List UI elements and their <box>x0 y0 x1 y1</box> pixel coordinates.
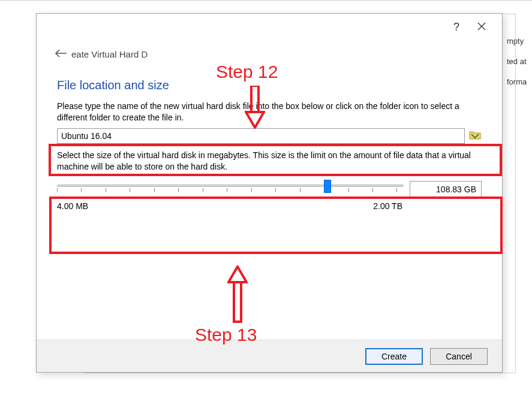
bg-text-fragment: mpty <box>507 37 524 46</box>
titlebar: ? <box>37 14 502 45</box>
slider-thumb[interactable] <box>324 180 331 193</box>
bg-text-fragment: forma <box>507 77 527 86</box>
slider-range-labels: 4.00 MB 2.00 TB <box>57 201 402 211</box>
slider-track <box>57 185 404 187</box>
dialog-button-bar: Create Cancel <box>37 340 502 372</box>
page-title: File location and size <box>57 78 482 92</box>
slider-min-label: 4.00 MB <box>57 201 88 211</box>
close-icon <box>477 21 486 34</box>
close-button[interactable] <box>470 19 494 35</box>
size-description: Select the size of the virtual hard disk… <box>57 150 482 173</box>
create-button[interactable]: Create <box>365 348 423 365</box>
help-icon: ? <box>453 21 459 34</box>
size-slider[interactable] <box>57 179 404 200</box>
dialog-content: File location and size Please type the n… <box>37 63 502 340</box>
create-vhd-dialog: ? eate Virtual Hard D File location and … <box>36 13 503 373</box>
slider-max-label: 2.00 TB <box>373 201 402 211</box>
slider-ticks <box>57 188 404 194</box>
back-button[interactable] <box>53 47 68 61</box>
arrow-left-icon <box>55 49 67 59</box>
breadcrumb-text: eate Virtual Hard D <box>71 49 148 59</box>
browse-folder-button[interactable] <box>468 129 482 143</box>
bg-text-fragment: ted at <box>507 57 527 66</box>
location-description: Please type the name of the new virtual … <box>57 101 482 123</box>
help-button[interactable]: ? <box>444 19 468 35</box>
cancel-button[interactable]: Cancel <box>430 348 488 365</box>
file-location-row <box>57 128 482 144</box>
folder-icon <box>469 129 481 142</box>
breadcrumb: eate Virtual Hard D <box>37 45 502 63</box>
size-slider-row <box>57 179 482 200</box>
file-name-input[interactable] <box>57 128 465 144</box>
size-value-input[interactable] <box>410 181 482 198</box>
